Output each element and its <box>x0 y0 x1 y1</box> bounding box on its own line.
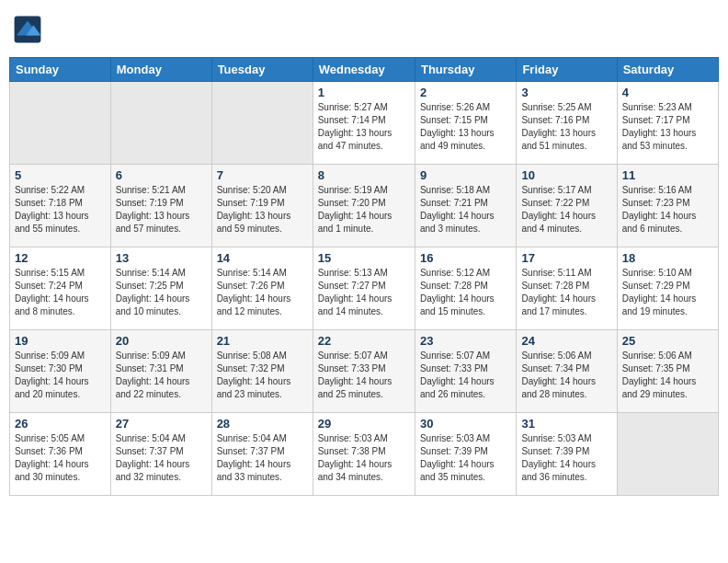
day-number: 28 <box>217 417 308 431</box>
calendar-cell: 6Sunrise: 5:21 AM Sunset: 7:19 PM Daylig… <box>110 165 211 247</box>
day-info: Sunrise: 5:18 AM Sunset: 7:21 PM Dayligh… <box>420 184 511 236</box>
day-info: Sunrise: 5:14 AM Sunset: 7:26 PM Dayligh… <box>217 267 308 318</box>
day-info: Sunrise: 5:27 AM Sunset: 7:14 PM Dayligh… <box>318 101 410 153</box>
day-info: Sunrise: 5:06 AM Sunset: 7:35 PM Dayligh… <box>622 350 713 401</box>
calendar-day-header: Friday <box>517 58 617 82</box>
calendar-cell: 25Sunrise: 5:06 AM Sunset: 7:35 PM Dayli… <box>617 330 718 413</box>
calendar-cell: 27Sunrise: 5:04 AM Sunset: 7:37 PM Dayli… <box>110 413 211 496</box>
calendar-cell: 26Sunrise: 5:05 AM Sunset: 7:36 PM Dayli… <box>10 413 111 496</box>
calendar-cell <box>110 82 211 165</box>
calendar-cell: 16Sunrise: 5:12 AM Sunset: 7:28 PM Dayli… <box>415 247 516 330</box>
day-info: Sunrise: 5:05 AM Sunset: 7:36 PM Dayligh… <box>15 432 106 484</box>
day-info: Sunrise: 5:21 AM Sunset: 7:19 PM Dayligh… <box>116 184 207 236</box>
day-info: Sunrise: 5:07 AM Sunset: 7:33 PM Dayligh… <box>420 350 511 401</box>
logo <box>13 15 44 44</box>
calendar-header-row: SundayMondayTuesdayWednesdayThursdayFrid… <box>10 58 719 82</box>
day-number: 10 <box>521 168 611 182</box>
day-number: 7 <box>217 168 308 182</box>
calendar-cell: 30Sunrise: 5:03 AM Sunset: 7:39 PM Dayli… <box>415 413 516 496</box>
day-number: 29 <box>318 417 410 431</box>
calendar-cell: 31Sunrise: 5:03 AM Sunset: 7:39 PM Dayli… <box>517 413 617 496</box>
day-info: Sunrise: 5:15 AM Sunset: 7:24 PM Dayligh… <box>15 267 106 318</box>
day-number: 24 <box>521 334 611 348</box>
day-info: Sunrise: 5:17 AM Sunset: 7:22 PM Dayligh… <box>521 184 611 236</box>
day-number: 30 <box>420 417 511 431</box>
day-info: Sunrise: 5:03 AM Sunset: 7:38 PM Dayligh… <box>318 432 410 484</box>
day-number: 5 <box>15 168 106 182</box>
day-info: Sunrise: 5:04 AM Sunset: 7:37 PM Dayligh… <box>217 432 308 484</box>
day-info: Sunrise: 5:12 AM Sunset: 7:28 PM Dayligh… <box>420 267 511 318</box>
day-info: Sunrise: 5:26 AM Sunset: 7:15 PM Dayligh… <box>420 101 511 153</box>
day-number: 8 <box>318 168 410 182</box>
calendar-cell: 2Sunrise: 5:26 AM Sunset: 7:15 PM Daylig… <box>415 82 516 165</box>
day-info: Sunrise: 5:11 AM Sunset: 7:28 PM Dayligh… <box>521 267 611 318</box>
calendar-cell: 9Sunrise: 5:18 AM Sunset: 7:21 PM Daylig… <box>415 165 516 247</box>
day-number: 3 <box>521 86 611 99</box>
calendar-cell: 1Sunrise: 5:27 AM Sunset: 7:14 PM Daylig… <box>313 82 415 165</box>
day-info: Sunrise: 5:13 AM Sunset: 7:27 PM Dayligh… <box>318 267 410 318</box>
day-info: Sunrise: 5:03 AM Sunset: 7:39 PM Dayligh… <box>420 432 511 484</box>
calendar-cell <box>211 82 313 165</box>
calendar-week-row: 26Sunrise: 5:05 AM Sunset: 7:36 PM Dayli… <box>10 413 719 496</box>
day-info: Sunrise: 5:03 AM Sunset: 7:39 PM Dayligh… <box>521 432 611 484</box>
day-info: Sunrise: 5:04 AM Sunset: 7:37 PM Dayligh… <box>116 432 207 484</box>
calendar-day-header: Sunday <box>10 58 111 82</box>
calendar-cell: 3Sunrise: 5:25 AM Sunset: 7:16 PM Daylig… <box>517 82 617 165</box>
day-number: 1 <box>318 86 410 99</box>
day-info: Sunrise: 5:23 AM Sunset: 7:17 PM Dayligh… <box>622 101 713 153</box>
header <box>9 9 719 50</box>
calendar-cell: 24Sunrise: 5:06 AM Sunset: 7:34 PM Dayli… <box>517 330 617 413</box>
calendar-table: SundayMondayTuesdayWednesdayThursdayFrid… <box>9 57 719 496</box>
calendar-cell: 28Sunrise: 5:04 AM Sunset: 7:37 PM Dayli… <box>211 413 313 496</box>
day-number: 27 <box>116 417 207 431</box>
calendar-cell: 13Sunrise: 5:14 AM Sunset: 7:25 PM Dayli… <box>110 247 211 330</box>
day-info: Sunrise: 5:20 AM Sunset: 7:19 PM Dayligh… <box>217 184 308 236</box>
day-info: Sunrise: 5:07 AM Sunset: 7:33 PM Dayligh… <box>318 350 410 401</box>
day-number: 23 <box>420 334 511 348</box>
calendar-week-row: 19Sunrise: 5:09 AM Sunset: 7:30 PM Dayli… <box>10 330 719 413</box>
day-number: 9 <box>420 168 511 182</box>
calendar-week-row: 12Sunrise: 5:15 AM Sunset: 7:24 PM Dayli… <box>10 247 719 330</box>
day-info: Sunrise: 5:06 AM Sunset: 7:34 PM Dayligh… <box>521 350 611 401</box>
day-number: 21 <box>217 334 308 348</box>
day-number: 31 <box>521 417 611 431</box>
calendar-cell: 4Sunrise: 5:23 AM Sunset: 7:17 PM Daylig… <box>617 82 718 165</box>
day-number: 2 <box>420 86 511 99</box>
calendar-cell: 20Sunrise: 5:09 AM Sunset: 7:31 PM Dayli… <box>110 330 211 413</box>
day-number: 11 <box>622 168 713 182</box>
day-number: 12 <box>15 251 106 265</box>
calendar-week-row: 5Sunrise: 5:22 AM Sunset: 7:18 PM Daylig… <box>10 165 719 247</box>
calendar-cell: 23Sunrise: 5:07 AM Sunset: 7:33 PM Dayli… <box>415 330 516 413</box>
day-number: 16 <box>420 251 511 265</box>
calendar-cell: 19Sunrise: 5:09 AM Sunset: 7:30 PM Dayli… <box>10 330 111 413</box>
day-info: Sunrise: 5:09 AM Sunset: 7:30 PM Dayligh… <box>15 350 106 401</box>
calendar-cell <box>617 413 718 496</box>
calendar-cell: 22Sunrise: 5:07 AM Sunset: 7:33 PM Dayli… <box>313 330 415 413</box>
day-number: 17 <box>521 251 611 265</box>
day-number: 20 <box>116 334 207 348</box>
day-number: 14 <box>217 251 308 265</box>
calendar-cell: 11Sunrise: 5:16 AM Sunset: 7:23 PM Dayli… <box>617 165 718 247</box>
day-info: Sunrise: 5:22 AM Sunset: 7:18 PM Dayligh… <box>15 184 106 236</box>
day-info: Sunrise: 5:14 AM Sunset: 7:25 PM Dayligh… <box>116 267 207 318</box>
calendar-day-header: Wednesday <box>313 58 415 82</box>
day-info: Sunrise: 5:25 AM Sunset: 7:16 PM Dayligh… <box>521 101 611 153</box>
day-number: 18 <box>622 251 713 265</box>
calendar-day-header: Saturday <box>617 58 718 82</box>
calendar-body: 1Sunrise: 5:27 AM Sunset: 7:14 PM Daylig… <box>10 82 719 496</box>
day-number: 15 <box>318 251 410 265</box>
calendar-cell: 21Sunrise: 5:08 AM Sunset: 7:32 PM Dayli… <box>211 330 313 413</box>
calendar-day-header: Monday <box>110 58 211 82</box>
calendar-cell: 7Sunrise: 5:20 AM Sunset: 7:19 PM Daylig… <box>211 165 313 247</box>
calendar-cell: 15Sunrise: 5:13 AM Sunset: 7:27 PM Dayli… <box>313 247 415 330</box>
day-number: 13 <box>116 251 207 265</box>
calendar-cell: 29Sunrise: 5:03 AM Sunset: 7:38 PM Dayli… <box>313 413 415 496</box>
calendar-cell <box>10 82 111 165</box>
day-number: 4 <box>622 86 713 99</box>
day-info: Sunrise: 5:10 AM Sunset: 7:29 PM Dayligh… <box>622 267 713 318</box>
day-info: Sunrise: 5:08 AM Sunset: 7:32 PM Dayligh… <box>217 350 308 401</box>
calendar-day-header: Tuesday <box>211 58 313 82</box>
calendar-cell: 17Sunrise: 5:11 AM Sunset: 7:28 PM Dayli… <box>517 247 617 330</box>
day-number: 22 <box>318 334 410 348</box>
calendar-cell: 8Sunrise: 5:19 AM Sunset: 7:20 PM Daylig… <box>313 165 415 247</box>
